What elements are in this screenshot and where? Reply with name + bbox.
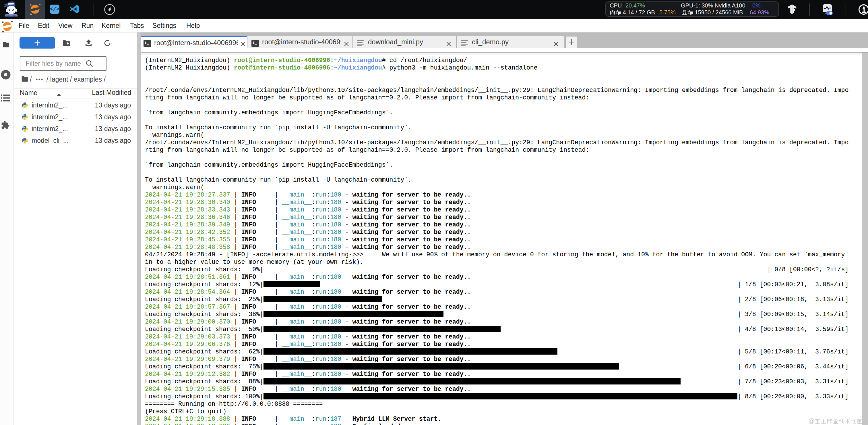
svg-text:$: $	[253, 41, 255, 45]
svg-text:$: $	[145, 41, 147, 45]
